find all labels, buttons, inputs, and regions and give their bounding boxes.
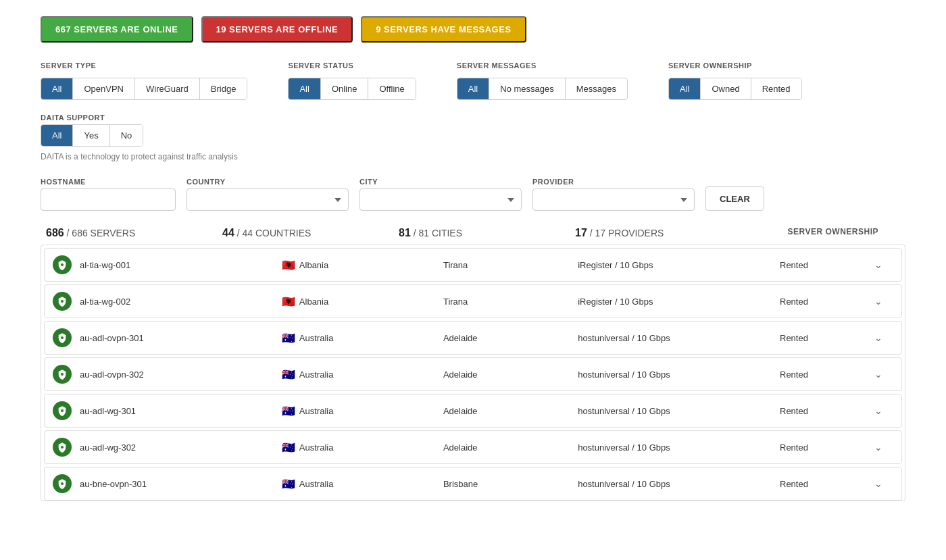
shield-svg bbox=[57, 296, 68, 307]
server-messages-none[interactable]: No messages bbox=[489, 78, 565, 99]
server-type-bridge[interactable]: Bridge bbox=[200, 78, 247, 99]
server-messages-label: SERVER MESSAGES bbox=[457, 61, 628, 70]
server-ownership-value: Rented bbox=[780, 406, 874, 416]
providers-total: / 17 PROVIDERS bbox=[590, 228, 664, 238]
table-row: au-adl-wg-301 🇦🇺 Australia Adelaide host… bbox=[44, 394, 902, 428]
country-flag: 🇦🇺 bbox=[282, 405, 295, 417]
hostname-input[interactable] bbox=[41, 188, 176, 211]
cities-total: / 81 CITIES bbox=[414, 228, 462, 238]
server-city: Adelaide bbox=[443, 442, 578, 453]
countries-count: 44 bbox=[222, 227, 234, 238]
server-country: 🇦🇱 Albania bbox=[282, 259, 443, 272]
server-ownership-owned[interactable]: Owned bbox=[701, 78, 751, 99]
server-ownership-value: Rented bbox=[780, 260, 874, 270]
daita-no[interactable]: No bbox=[110, 125, 143, 146]
servers-total: / 686 SERVERS bbox=[67, 228, 136, 238]
country-flag: 🇦🇱 bbox=[282, 259, 295, 272]
server-status-buttons: All Online Offline bbox=[288, 78, 416, 100]
daita-buttons: All Yes No bbox=[41, 124, 143, 147]
providers-count: 17 bbox=[575, 227, 587, 238]
server-type-wireguard[interactable]: WireGuard bbox=[135, 78, 200, 99]
server-type-buttons: All OpenVPN WireGuard Bridge bbox=[41, 78, 247, 100]
server-status-label: SERVER STATUS bbox=[288, 61, 416, 70]
summary-cities: 81 / 81 CITIES bbox=[399, 227, 575, 239]
server-city: Brisbane bbox=[443, 479, 578, 489]
server-status-all[interactable]: All bbox=[289, 78, 320, 99]
online-badge[interactable]: 667 SERVERS ARE ONLINE bbox=[41, 16, 193, 43]
server-status-online[interactable]: Online bbox=[321, 78, 369, 99]
server-hostname: au-adl-wg-302 bbox=[80, 442, 282, 453]
expand-icon[interactable]: ⌄ bbox=[874, 442, 893, 453]
server-provider: hostuniversal / 10 Gbps bbox=[578, 406, 780, 416]
expand-icon[interactable]: ⌄ bbox=[874, 332, 893, 343]
city-select[interactable] bbox=[359, 188, 522, 211]
server-city: Adelaide bbox=[443, 333, 578, 343]
server-ownership-value: Rented bbox=[780, 442, 874, 453]
server-type-filter: SERVER TYPE All OpenVPN WireGuard Bridge bbox=[41, 61, 247, 100]
country-name: Albania bbox=[299, 260, 328, 270]
expand-icon[interactable]: ⌄ bbox=[874, 405, 893, 416]
server-provider: hostuniversal / 10 Gbps bbox=[578, 442, 780, 453]
server-ownership-buttons: All Owned Rented bbox=[668, 78, 802, 100]
country-label: COUNTRY bbox=[186, 178, 349, 186]
shield-svg bbox=[57, 369, 68, 380]
server-type-label: SERVER TYPE bbox=[41, 61, 247, 70]
expand-icon[interactable]: ⌄ bbox=[874, 296, 893, 307]
server-country: 🇦🇺 Australia bbox=[282, 405, 443, 417]
svg-point-4 bbox=[61, 409, 64, 412]
daita-yes[interactable]: Yes bbox=[73, 125, 109, 146]
server-messages-has[interactable]: Messages bbox=[566, 78, 627, 99]
server-country: 🇦🇺 Australia bbox=[282, 478, 443, 490]
clear-button[interactable]: CLEAR bbox=[705, 186, 764, 211]
server-ownership-rented[interactable]: Rented bbox=[751, 78, 801, 99]
shield-icon bbox=[53, 474, 72, 493]
table-row: au-bne-ovpn-301 🇦🇺 Australia Brisbane ho… bbox=[44, 467, 902, 501]
daita-label: DAITA SUPPORT bbox=[41, 113, 905, 122]
country-name: Australia bbox=[299, 406, 334, 416]
server-type-openvpn[interactable]: OpenVPN bbox=[73, 78, 135, 99]
country-select[interactable] bbox=[186, 188, 349, 211]
server-ownership-all[interactable]: All bbox=[669, 78, 701, 99]
table-row: au-adl-ovpn-301 🇦🇺 Australia Adelaide ho… bbox=[44, 321, 902, 355]
server-hostname: au-adl-ovpn-301 bbox=[80, 333, 282, 343]
server-city: Adelaide bbox=[443, 370, 578, 380]
server-country: 🇦🇺 Australia bbox=[282, 332, 443, 345]
daita-description: DAITA is a technology to protect against… bbox=[41, 152, 905, 161]
server-icon bbox=[53, 438, 80, 457]
country-name: Australia bbox=[299, 370, 334, 380]
daita-all[interactable]: All bbox=[41, 125, 73, 146]
server-ownership-value: Rented bbox=[780, 333, 874, 343]
shield-icon bbox=[53, 255, 72, 274]
shield-icon bbox=[53, 438, 72, 457]
expand-icon[interactable]: ⌄ bbox=[874, 259, 893, 270]
server-ownership-filter: SERVER OWNERSHIP All Owned Rented bbox=[668, 61, 802, 100]
server-ownership-value: Rented bbox=[780, 370, 874, 380]
server-type-all[interactable]: All bbox=[41, 78, 73, 99]
summary-countries: 44 / 44 COUNTRIES bbox=[222, 227, 399, 239]
server-country: 🇦🇱 Albania bbox=[282, 295, 443, 308]
summary-servers: 686 / 686 SERVERS bbox=[46, 227, 222, 239]
country-name: Australia bbox=[299, 333, 334, 343]
server-country: 🇦🇺 Australia bbox=[282, 368, 443, 381]
server-ownership-value: Rented bbox=[780, 297, 874, 307]
expand-icon[interactable]: ⌄ bbox=[874, 369, 893, 380]
table-row: au-adl-ovpn-302 🇦🇺 Australia Adelaide ho… bbox=[44, 357, 902, 391]
server-hostname: au-bne-ovpn-301 bbox=[80, 479, 282, 489]
expand-icon[interactable]: ⌄ bbox=[874, 478, 893, 489]
server-status-filter: SERVER STATUS All Online Offline bbox=[288, 61, 416, 100]
servers-count: 686 bbox=[46, 227, 64, 238]
provider-field: PROVIDER bbox=[532, 178, 695, 211]
server-hostname: au-adl-wg-301 bbox=[80, 406, 282, 416]
shield-icon bbox=[53, 365, 72, 384]
svg-point-2 bbox=[61, 336, 64, 339]
server-messages-filter: SERVER MESSAGES All No messages Messages bbox=[457, 61, 628, 100]
server-icon bbox=[53, 365, 80, 384]
offline-badge[interactable]: 19 SERVERS ARE OFFLINE bbox=[201, 16, 353, 43]
messages-badge[interactable]: 9 SERVERS HAVE MESSAGES bbox=[361, 16, 526, 43]
summary-ownership-label: SERVER OWNERSHIP bbox=[751, 227, 900, 239]
provider-select[interactable] bbox=[532, 188, 695, 211]
server-provider: iRegister / 10 Gbps bbox=[578, 297, 780, 307]
server-status-offline[interactable]: Offline bbox=[368, 78, 415, 99]
server-messages-all[interactable]: All bbox=[457, 78, 489, 99]
search-bar: HOSTNAME COUNTRY CITY PROVIDER CLEAR bbox=[41, 178, 905, 211]
